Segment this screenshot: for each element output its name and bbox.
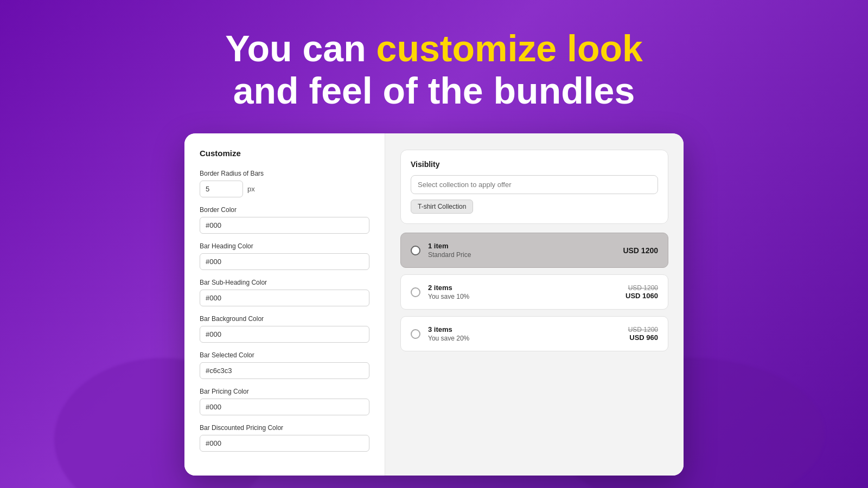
bundle-pricing-1: USD 1200 [623, 246, 658, 255]
bundle-savings-2: You save 10% [428, 293, 618, 300]
field-subheading-color: Bar Sub-Heading Color [200, 279, 369, 306]
bundle-items-3: 3 items [428, 325, 621, 333]
bundle-info-3: 3 items You save 20% [428, 325, 621, 342]
field-discount-color: Bar Discounted Pricing Color [200, 424, 369, 452]
input-heading-color[interactable] [200, 253, 369, 270]
collection-tag[interactable]: T-shirt Collection [411, 200, 473, 214]
input-pricing-color[interactable] [200, 399, 369, 415]
bundle-option-2[interactable]: 2 items You save 10% USD 1200 USD 1060 [400, 274, 668, 310]
page-content: You can customize look and feel of the b… [0, 0, 868, 476]
label-selected-color: Bar Selected Color [200, 351, 369, 359]
collection-input[interactable] [411, 175, 658, 194]
headline-highlight: customize look [376, 28, 643, 69]
bundle-pricing-2: USD 1200 USD 1060 [626, 284, 658, 300]
field-border-color: Border Color [200, 206, 369, 234]
input-bg-color[interactable] [200, 326, 369, 343]
price-current-2: USD 1060 [626, 292, 658, 300]
label-pricing-color: Bar Pricing Color [200, 388, 369, 395]
label-heading-color: Bar Heading Color [200, 242, 369, 250]
label-bg-color: Bar Background Color [200, 315, 369, 323]
bundle-savings-3: You save 20% [428, 335, 621, 342]
radio-1[interactable] [411, 246, 420, 255]
price-single-1: USD 1200 [623, 246, 658, 255]
headline-prefix: You can [225, 28, 376, 69]
input-subheading-color[interactable] [200, 290, 369, 306]
field-border-radius: Border Radius of Bars px [200, 170, 369, 197]
field-pricing-color: Bar Pricing Color [200, 388, 369, 415]
bundle-items-2: 2 items [428, 284, 618, 292]
right-panel: Visiblity T-shirt Collection 1 item Stan… [385, 133, 684, 476]
headline: You can customize look and feel of the b… [225, 27, 643, 112]
px-suffix: px [247, 185, 255, 193]
label-border-color: Border Color [200, 206, 369, 214]
bundle-items-1: 1 item [428, 242, 615, 250]
border-radius-row: px [200, 181, 369, 197]
bundle-option-3[interactable]: 3 items You save 20% USD 1200 USD 960 [400, 316, 668, 351]
bundle-info-1: 1 item Standard Price [428, 242, 615, 259]
field-bg-color: Bar Background Color [200, 315, 369, 343]
radio-2[interactable] [411, 287, 420, 297]
input-discount-color[interactable] [200, 435, 369, 452]
input-selected-color[interactable] [200, 362, 369, 379]
left-panel: Customize Border Radius of Bars px Borde… [184, 133, 385, 476]
input-border-radius[interactable] [200, 181, 243, 197]
label-border-radius: Border Radius of Bars [200, 170, 369, 177]
bundle-option-1[interactable]: 1 item Standard Price USD 1200 [400, 233, 668, 268]
label-discount-color: Bar Discounted Pricing Color [200, 424, 369, 432]
price-original-2: USD 1200 [626, 284, 658, 292]
customize-title: Customize [200, 149, 369, 158]
main-card: Customize Border Radius of Bars px Borde… [184, 133, 684, 476]
radio-3[interactable] [411, 329, 420, 339]
input-border-color[interactable] [200, 217, 369, 234]
bundle-info-2: 2 items You save 10% [428, 284, 618, 300]
label-subheading-color: Bar Sub-Heading Color [200, 279, 369, 286]
field-selected-color: Bar Selected Color [200, 351, 369, 379]
bundle-savings-1: Standard Price [428, 251, 615, 259]
price-original-3: USD 1200 [628, 326, 658, 333]
price-current-3: USD 960 [628, 333, 658, 342]
bundle-pricing-3: USD 1200 USD 960 [628, 326, 658, 342]
visibility-title: Visiblity [411, 160, 658, 169]
visibility-section: Visiblity T-shirt Collection [400, 150, 668, 224]
headline-suffix: and feel of the bundles [233, 70, 635, 111]
field-heading-color: Bar Heading Color [200, 242, 369, 270]
